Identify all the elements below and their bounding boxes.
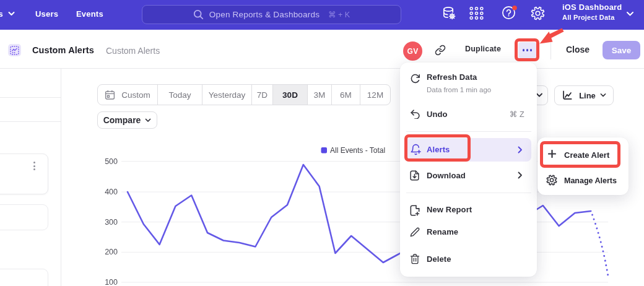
svg-text:400: 400 [105, 188, 118, 196]
svg-text:300: 300 [105, 218, 118, 227]
svg-text:500: 500 [105, 157, 118, 166]
svg-text:100: 100 [105, 278, 118, 286]
svg-text:All Events - Total: All Events - Total [330, 146, 385, 155]
svg-text:200: 200 [105, 248, 118, 256]
